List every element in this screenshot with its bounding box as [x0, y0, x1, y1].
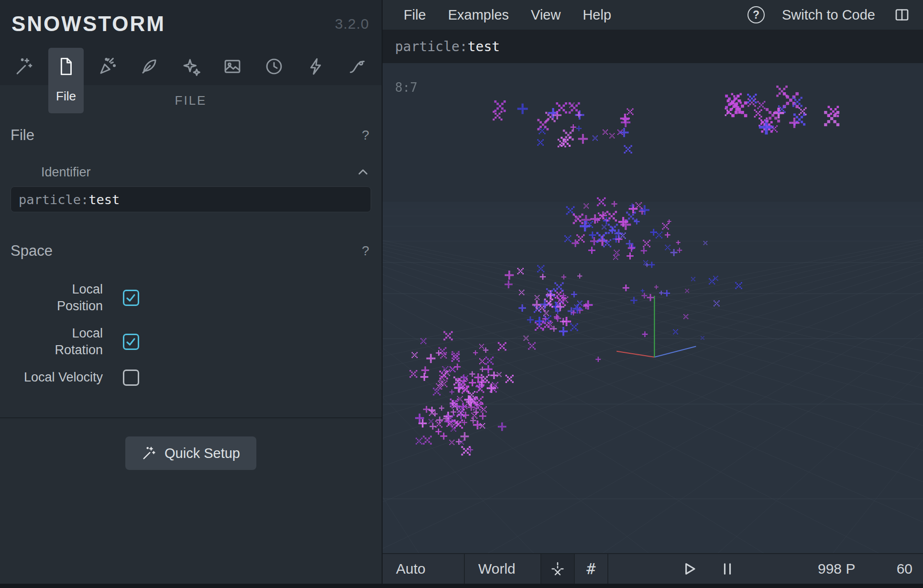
viewport-canvas[interactable] [383, 63, 923, 553]
clock-icon [264, 56, 284, 76]
motion-icon [347, 56, 367, 76]
quick-setup-button[interactable]: Quick Setup [125, 436, 256, 470]
quick-setup-label: Quick Setup [165, 446, 240, 461]
particle-count: 998 P [818, 561, 855, 577]
identifier-input[interactable]: particle:test [11, 186, 371, 212]
code-bar-value: particle:test [395, 39, 500, 54]
local-position-label: Local Position [0, 281, 103, 315]
tab-lifetime[interactable] [256, 48, 292, 85]
tab-rate[interactable] [298, 48, 333, 85]
tab-file-label: File [48, 85, 84, 113]
viewport-toolbar: Auto World # 998 P 60 [383, 553, 923, 584]
sidebar-divider [0, 417, 382, 418]
file-icon [56, 56, 76, 76]
wand-icon [14, 56, 34, 76]
lightning-icon [306, 56, 326, 76]
space-option-row: Local Rotation [0, 325, 382, 359]
local-velocity-label: Local Velocity [0, 369, 103, 386]
tab-motion[interactable] [340, 48, 375, 85]
local-position-checkbox[interactable] [123, 290, 139, 306]
app-version: 3.2.0 [335, 16, 369, 32]
feather-icon [139, 56, 159, 76]
space-mode-value: World [478, 561, 516, 577]
app-window: SNOWSTORM 3.2.0 File [0, 0, 923, 584]
image-icon [222, 56, 242, 76]
space-option-row: Local Velocity [0, 369, 382, 386]
space-section-header: Space ? [0, 241, 382, 261]
menu-examples[interactable]: Examples [448, 7, 509, 23]
split-panel-icon [893, 6, 911, 23]
menu-view[interactable]: View [531, 7, 560, 23]
split-panel-button[interactable] [893, 6, 911, 23]
sidebar: SNOWSTORM 3.2.0 File [0, 0, 383, 584]
preview-panel: File Examples View Help ? Switch to Code… [383, 0, 923, 584]
check-icon [125, 292, 137, 304]
space-mode-select[interactable]: World [465, 554, 541, 584]
file-section-help-icon[interactable]: ? [362, 128, 369, 143]
check-icon [125, 336, 137, 348]
space-section-help-icon[interactable]: ? [362, 243, 369, 259]
code-bar: particle:test [383, 30, 923, 63]
identifier-label: Identifier [41, 165, 91, 180]
identifier-row: Identifier [0, 163, 382, 181]
local-rotation-label: Local Rotation [0, 325, 103, 359]
aspect-ratio-label: 8:7 [395, 80, 418, 95]
tab-appearance[interactable] [90, 48, 125, 85]
emitter-marker-icon [549, 561, 566, 577]
tab-particle[interactable] [173, 48, 209, 85]
play-button[interactable] [680, 560, 698, 578]
grid-toggle[interactable]: # [575, 554, 608, 584]
local-rotation-checkbox[interactable] [123, 334, 139, 350]
help-circle-icon[interactable]: ? [747, 6, 765, 23]
active-tab-label: FILE [175, 93, 207, 108]
tab-file[interactable]: File [48, 48, 84, 85]
grid-icon: # [586, 560, 595, 578]
fps-counter: 60 [897, 561, 912, 577]
space-option-row: Local Position [0, 281, 382, 315]
space-options: Local Position Local Rotation Local Velo… [0, 281, 382, 396]
tool-tabs: File [0, 48, 382, 85]
pause-button[interactable] [718, 560, 736, 578]
tab-visuals[interactable] [215, 48, 250, 85]
pause-icon [718, 560, 736, 578]
app-title: SNOWSTORM [11, 12, 165, 36]
tab-quick-setup[interactable] [7, 48, 42, 85]
viewport: 8:7 [383, 63, 923, 553]
sparkles-icon [181, 56, 201, 76]
confetti-icon [98, 56, 118, 76]
play-icon [680, 560, 698, 578]
camera-mode-select[interactable]: Auto [383, 554, 465, 584]
file-section-title: File [11, 127, 34, 144]
tab-texture[interactable] [132, 48, 167, 85]
space-section-title: Space [11, 242, 53, 260]
menu-file[interactable]: File [404, 7, 426, 23]
emitter-marker-toggle[interactable] [541, 554, 575, 584]
camera-mode-value: Auto [396, 561, 426, 577]
wand-icon [142, 446, 157, 461]
switch-to-code-button[interactable]: Switch to Code [782, 7, 875, 23]
chevron-up-icon[interactable] [355, 164, 371, 180]
menu-help[interactable]: Help [582, 7, 611, 23]
file-section-header: File ? [0, 125, 382, 145]
sidebar-header: SNOWSTORM 3.2.0 [0, 0, 382, 48]
menu-bar: File Examples View Help ? Switch to Code [383, 0, 923, 30]
window-bottom-strip [0, 584, 923, 588]
local-velocity-checkbox[interactable] [123, 370, 139, 386]
